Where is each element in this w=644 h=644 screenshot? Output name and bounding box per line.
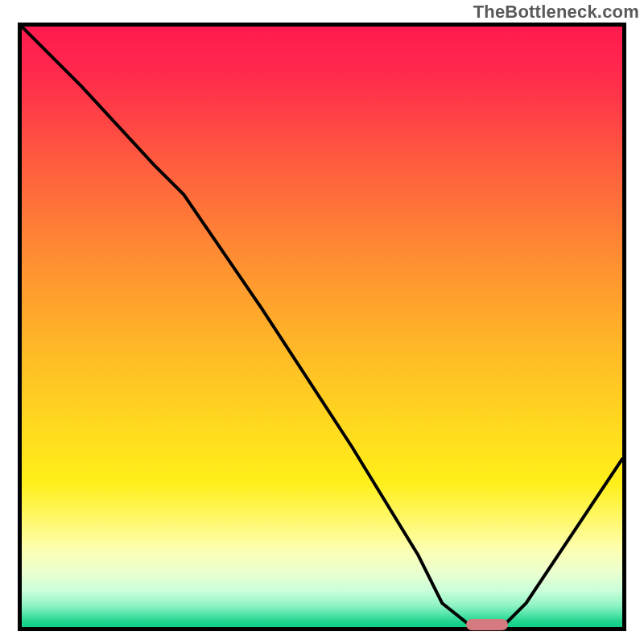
bottleneck-curve bbox=[22, 27, 622, 627]
optimal-range-marker bbox=[466, 619, 508, 630]
curve-path bbox=[22, 27, 622, 627]
watermark-text: TheBottleneck.com bbox=[473, 2, 639, 23]
chart-container: TheBottleneck.com bbox=[0, 0, 644, 644]
plot-frame bbox=[18, 23, 626, 631]
